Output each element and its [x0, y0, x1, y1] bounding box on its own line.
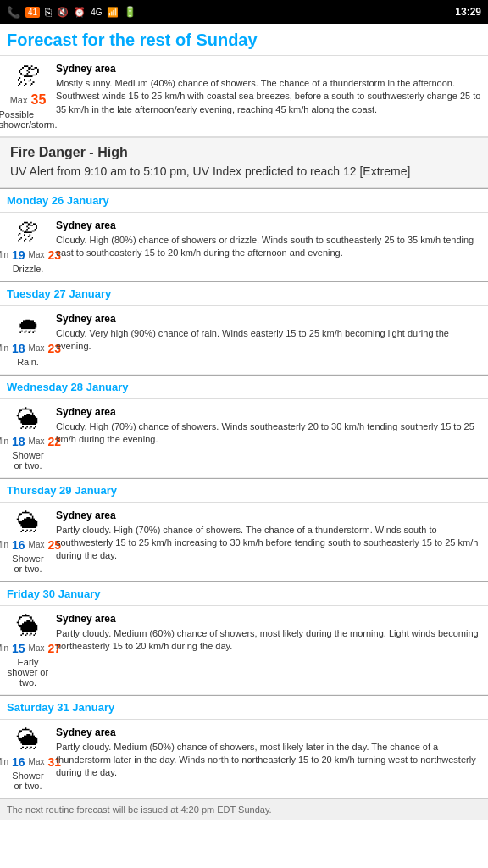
- fire-danger-text: Fire Danger - High: [10, 145, 478, 160]
- sydney-desc-4: Partly cloudy. Medium (60%) chance of sh…: [56, 627, 481, 654]
- sydney-col-4: Sydney area Partly cloudy. Medium (60%) …: [56, 613, 481, 687]
- day-weather-icon-2: 🌦: [17, 406, 39, 432]
- day-title-2: Wednesday 28 January: [7, 381, 129, 393]
- today-section: ⛈ Max 35 Possible shower/storm. Sydney a…: [0, 56, 488, 137]
- day-condition-0: Drizzle.: [13, 264, 44, 274]
- day-weather-icon-1: 🌧: [17, 313, 39, 339]
- sydney-label-2: Sydney area: [56, 406, 481, 418]
- day-temps-1: Min 18 Max 23: [0, 342, 61, 355]
- sydney-col-1: Sydney area Cloudy. Very high (90%) chan…: [56, 313, 481, 367]
- status-left: 📞 41 ⎘ 🔇 ⏰ 4G 📶 🔋: [7, 6, 136, 19]
- day-temps-4: Min 15 Max 27: [0, 642, 61, 655]
- day-title-0: Monday 26 January: [7, 194, 109, 207]
- day-content-5: 🌦 Min 16 Max 31 Shower or two. Sydney ar…: [0, 720, 488, 798]
- day-header-0: Monday 26 January: [0, 188, 488, 213]
- max-label-1: Max: [29, 343, 45, 353]
- day-title-1: Tuesday 27 January: [7, 287, 111, 300]
- day-condition-1: Rain.: [17, 357, 39, 367]
- day-header-3: Thursday 29 January: [0, 478, 488, 503]
- today-sydney-desc: Mostly sunny. Medium (40%) chance of sho…: [56, 77, 481, 116]
- min-temp-1: 18: [12, 342, 25, 355]
- max-label: Max: [10, 95, 28, 105]
- clock: 13:29: [455, 6, 481, 18]
- min-label-1: Min: [0, 343, 8, 353]
- day-icon-col-0: ⛈ Min 19 Max 23 Drizzle.: [7, 220, 49, 274]
- days-container: Monday 26 January ⛈ Min 19 Max 23 Drizzl…: [0, 188, 488, 798]
- today-icon-box: ⛈ Max 35 Possible shower/storm.: [7, 63, 49, 130]
- bluetooth-icon: ⎘: [45, 6, 52, 19]
- day-content-2: 🌦 Min 18 Max 22 Shower or two. Sydney ar…: [0, 399, 488, 478]
- day-content-0: ⛈ Min 19 Max 23 Drizzle. Sydney area Clo…: [0, 213, 488, 281]
- sydney-desc-0: Cloudy. High (80%) chance of showers or …: [56, 234, 481, 260]
- main-content: Forecast for the rest of Sunday ⛈ Max 35…: [0, 24, 488, 820]
- max-label-3: Max: [29, 540, 45, 549]
- day-icon-col-3: 🌦 Min 16 Max 25 Shower or two.: [7, 509, 49, 574]
- sydney-desc-3: Partly cloudy. High (70%) chance of show…: [56, 524, 481, 563]
- sydney-col-2: Sydney area Cloudy. High (70%) chance of…: [56, 406, 481, 470]
- footer-text: The next routine forecast will be issued…: [7, 804, 481, 815]
- day-title-4: Friday 30 January: [7, 587, 101, 600]
- forecast-title: Forecast for the rest of Sunday: [7, 31, 481, 50]
- day-section-0: Monday 26 January ⛈ Min 19 Max 23 Drizzl…: [0, 188, 488, 281]
- today-max-row: Max 35: [10, 92, 47, 108]
- forecast-header: Forecast for the rest of Sunday: [0, 24, 488, 56]
- day-header-5: Saturday 31 January: [0, 695, 488, 720]
- day-section-4: Friday 30 January 🌦 Min 15 Max 27 Early …: [0, 581, 488, 695]
- day-temps-3: Min 16 Max 25: [0, 538, 61, 552]
- day-condition-2: Shower or two.: [7, 450, 49, 470]
- sydney-desc-1: Cloudy. Very high (90%) chance of rain. …: [56, 327, 481, 353]
- day-condition-5: Shower or two.: [7, 771, 49, 791]
- battery-icon: 🔋: [124, 6, 136, 18]
- day-weather-icon-3: 🌦: [17, 509, 39, 536]
- min-temp-3: 16: [12, 538, 25, 552]
- day-title-5: Saturday 31 January: [7, 701, 114, 714]
- network-icon: 4G: [91, 8, 102, 17]
- day-weather-icon-4: 🌦: [17, 613, 39, 639]
- today-top: ⛈ Max 35 Possible shower/storm. Sydney a…: [0, 56, 488, 136]
- footer-bar: The next routine forecast will be issued…: [0, 798, 488, 820]
- day-weather-icon-0: ⛈: [17, 220, 39, 246]
- sydney-desc-5: Partly cloudy. Medium (50%) chance of sh…: [56, 741, 481, 780]
- min-label-2: Min: [0, 437, 8, 446]
- today-weather-icon: ⛈: [16, 63, 40, 91]
- max-label-2: Max: [29, 437, 45, 446]
- sydney-desc-2: Cloudy. High (70%) chance of showers. Wi…: [56, 420, 481, 447]
- min-temp-2: 18: [12, 435, 25, 448]
- min-temp-0: 19: [12, 248, 25, 262]
- mute-icon: 🔇: [57, 7, 69, 18]
- day-temps-0: Min 19 Max 23: [0, 248, 61, 262]
- alarm-icon: ⏰: [74, 7, 86, 18]
- day-content-1: 🌧 Min 18 Max 23 Rain. Sydney area Cloudy…: [0, 306, 488, 375]
- day-section-5: Saturday 31 January 🌦 Min 16 Max 31 Show…: [0, 695, 488, 798]
- day-header-4: Friday 30 January: [0, 581, 488, 606]
- status-bar: 📞 41 ⎘ 🔇 ⏰ 4G 📶 🔋 13:29: [0, 0, 488, 24]
- day-temps-5: Min 16 Max 31: [0, 755, 61, 769]
- day-title-3: Thursday 29 January: [7, 484, 117, 497]
- today-max-temp: 35: [30, 92, 46, 108]
- min-label-5: Min: [0, 757, 8, 766]
- today-condition: Possible shower/storm.: [0, 109, 58, 130]
- sydney-label-1: Sydney area: [56, 313, 481, 325]
- uv-alert-text: UV Alert from 9:10 am to 5:10 pm, UV Ind…: [10, 164, 478, 181]
- day-condition-3: Shower or two.: [7, 554, 49, 574]
- today-sydney-label: Sydney area: [56, 63, 481, 75]
- status-right: 13:29: [455, 6, 481, 18]
- phone-icon: 📞: [7, 6, 20, 19]
- sydney-col-5: Sydney area Partly cloudy. Medium (50%) …: [56, 726, 481, 791]
- day-header-2: Wednesday 28 January: [0, 375, 488, 399]
- max-label-5: Max: [29, 757, 45, 766]
- day-icon-col-5: 🌦 Min 16 Max 31 Shower or two.: [7, 726, 49, 791]
- sydney-col-0: Sydney area Cloudy. High (80%) chance of…: [56, 220, 481, 274]
- day-icon-col-2: 🌦 Min 18 Max 22 Shower or two.: [7, 406, 49, 470]
- min-temp-4: 15: [12, 642, 25, 655]
- sydney-label-0: Sydney area: [56, 220, 481, 231]
- max-label-0: Max: [29, 250, 45, 259]
- max-label-4: Max: [29, 643, 45, 653]
- alert-box: Fire Danger - High UV Alert from 9:10 am…: [0, 137, 488, 188]
- min-label-3: Min: [0, 540, 8, 549]
- notif-badge: 41: [25, 7, 40, 18]
- sydney-col-3: Sydney area Partly cloudy. High (70%) ch…: [56, 509, 481, 574]
- day-weather-icon-5: 🌦: [17, 726, 39, 753]
- day-section-1: Tuesday 27 January 🌧 Min 18 Max 23 Rain.…: [0, 281, 488, 375]
- sydney-label-5: Sydney area: [56, 726, 481, 738]
